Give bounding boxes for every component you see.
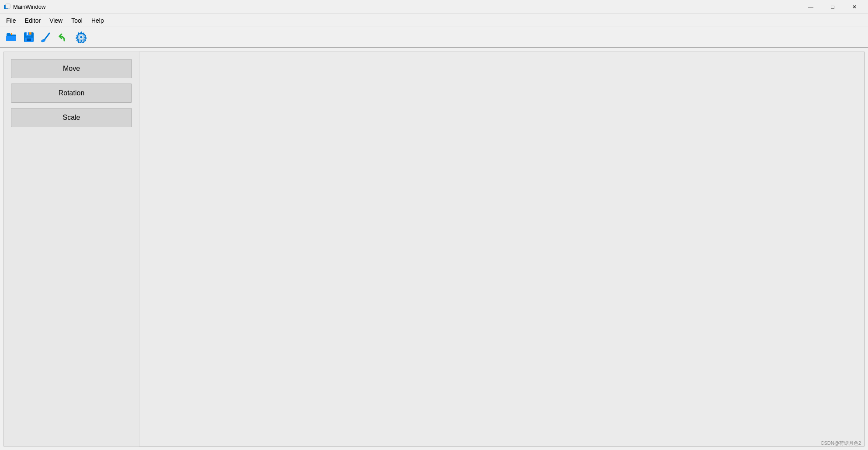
canvas-area [139, 52, 865, 447]
watermark: CSDN@荷塘月色2 [821, 440, 861, 447]
title-bar: MainWindow — □ ✕ [0, 0, 868, 14]
svg-rect-20 [84, 37, 86, 38]
svg-rect-3 [6, 36, 16, 41]
svg-point-26 [80, 36, 83, 38]
maximize-button[interactable]: □ [823, 0, 843, 14]
menu-item-file[interactable]: File [2, 15, 21, 26]
left-panel: Move Rotation Scale [3, 52, 139, 447]
scale-button[interactable]: Scale [11, 108, 132, 127]
minimize-button[interactable]: — [801, 0, 821, 14]
toolbar [0, 27, 868, 48]
svg-rect-9 [27, 38, 31, 41]
move-button[interactable]: Move [11, 59, 132, 78]
close-button[interactable]: ✕ [844, 0, 865, 14]
rotation-button[interactable]: Rotation [11, 84, 132, 103]
save-icon [23, 31, 35, 43]
undo-icon [58, 31, 69, 43]
menu-item-help[interactable]: Help [87, 15, 108, 26]
menu-item-editor[interactable]: Editor [21, 15, 45, 26]
svg-rect-10 [29, 32, 31, 35]
svg-rect-19 [76, 37, 78, 38]
svg-rect-18 [81, 40, 82, 42]
menu-item-view[interactable]: View [45, 15, 67, 26]
main-content: Move Rotation Scale [0, 48, 868, 450]
open-button[interactable] [3, 29, 19, 45]
svg-rect-4 [11, 33, 12, 35]
menu-bar: File Editor View Tool Help [0, 14, 868, 27]
folder-open-icon [5, 31, 17, 43]
title-bar-controls: — □ ✕ [801, 0, 865, 14]
svg-rect-7 [27, 32, 28, 35]
undo-button[interactable] [56, 29, 72, 45]
brush-icon [41, 31, 52, 43]
gear-icon [76, 31, 87, 43]
window-icon [3, 3, 10, 10]
svg-rect-17 [81, 32, 82, 34]
menu-item-tool[interactable]: Tool [67, 15, 87, 26]
save-button[interactable] [21, 29, 37, 45]
svg-rect-2 [6, 4, 10, 8]
settings-button[interactable] [73, 29, 89, 45]
title-bar-left: MainWindow [3, 3, 45, 10]
window-title: MainWindow [13, 3, 45, 10]
svg-line-11 [44, 33, 49, 40]
clear-button[interactable] [38, 29, 54, 45]
